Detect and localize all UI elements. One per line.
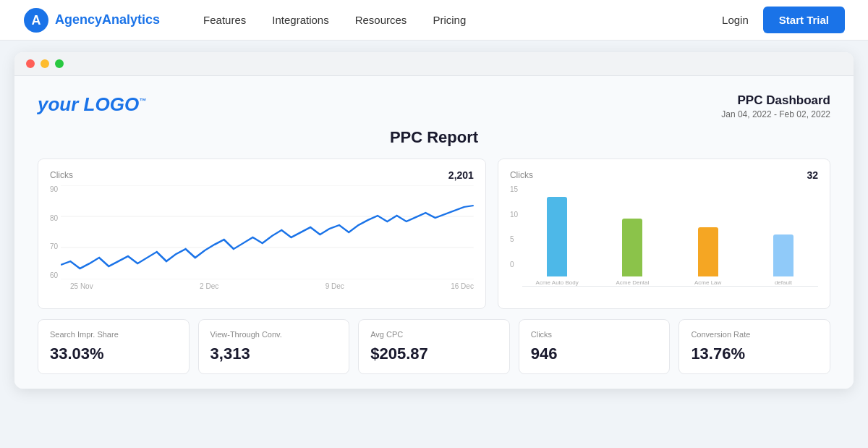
nav-links: Features Integrations Resources Pricing [203,14,693,26]
line-chart-card: Clicks 2,201 90 80 70 60 [38,159,486,309]
start-trial-button[interactable]: Start Trial [763,7,845,33]
stat-clicks-label: Clicks [531,330,658,339]
bar-chart-header: Clicks 32 [510,169,818,181]
line-chart-wrap: 90 80 70 60 [50,185,474,301]
bar-chart-card: Clicks 32 15 10 5 0 Acme Au [498,159,830,309]
stat-clicks: Clicks 946 [519,319,671,374]
bar-acme-auto: Acme Auto Body [522,197,592,286]
svg-text:A: A [32,13,41,28]
bar-chart-label: Clicks [510,170,533,180]
stat-search-impr-label: Search Impr. Share [50,330,177,339]
bar-y-5: 5 [510,235,518,243]
nav-actions: Login Start Trial [722,7,845,33]
y-label-80: 80 [50,214,58,222]
line-chart-label: Clicks [50,170,73,180]
bar-acme-dental: Acme Dental [597,219,667,286]
report-title: PPC Report [38,128,830,147]
stats-row: Search Impr. Share 33.03% View-Through C… [38,319,830,374]
bar-y-10: 10 [510,211,518,219]
stat-clicks-value: 946 [531,345,658,363]
logo-icon: A [23,7,49,33]
bar-acme-law: Acme Law [673,227,743,286]
browser-window: your LOGO™ PPC Dashboard Jan 04, 2022 - … [14,52,854,389]
login-button[interactable]: Login [722,14,749,26]
client-logo: your LOGO™ [38,93,146,116]
logo: A AgencyAnalytics [23,7,160,33]
stat-conversion-rate: Conversion Rate 13.76% [678,319,830,374]
stat-avg-cpc-value: $205.87 [370,345,498,363]
nav-features[interactable]: Features [203,14,246,26]
main-nav: A AgencyAnalytics Features Integrations … [0,0,868,41]
stat-search-impr: Search Impr. Share 33.03% [38,319,190,374]
stat-view-through: View-Through Conv. 3,313 [198,319,350,374]
bar-default: default [749,234,818,286]
stat-avg-cpc-label: Avg CPC [370,330,498,339]
bar-y-15: 15 [510,185,518,193]
bar-y-0: 0 [510,261,518,269]
stat-avg-cpc: Avg CPC $205.87 [358,319,510,374]
bar-chart-value: 32 [807,169,818,181]
y-label-90: 90 [50,185,58,193]
logo-text: AgencyAnalytics [55,12,160,28]
nav-pricing[interactable]: Pricing [433,14,466,26]
close-dot [26,59,35,68]
y-label-70: 70 [50,242,58,250]
stat-search-impr-value: 33.03% [50,345,177,363]
stat-conversion-rate-label: Conversion Rate [691,330,818,339]
dashboard: your LOGO™ PPC Dashboard Jan 04, 2022 - … [14,76,854,389]
x-label-2dec: 2 Dec [200,282,218,290]
x-label-9dec: 9 Dec [326,282,344,290]
charts-row: Clicks 2,201 90 80 70 60 [38,159,830,309]
nav-resources[interactable]: Resources [355,14,407,26]
nav-integrations[interactable]: Integrations [272,14,328,26]
dash-title-block: PPC Dashboard Jan 04, 2022 - Feb 02, 202… [721,93,830,119]
x-label-25nov: 25 Nov [70,282,93,290]
line-chart-value: 2,201 [448,169,474,181]
stat-view-through-label: View-Through Conv. [210,330,338,339]
dash-header: your LOGO™ PPC Dashboard Jan 04, 2022 - … [38,93,830,119]
ppc-dashboard-title: PPC Dashboard [721,93,830,108]
maximize-dot [55,59,64,68]
date-range: Jan 04, 2022 - Feb 02, 2022 [721,109,830,119]
stat-conversion-rate-value: 13.76% [691,345,818,363]
x-label-16dec: 16 Dec [451,282,474,290]
line-chart-header: Clicks 2,201 [50,169,474,181]
browser-chrome [14,52,854,76]
y-label-60: 60 [50,271,58,279]
stat-view-through-value: 3,313 [210,345,338,363]
line-chart-path [61,206,474,269]
minimize-dot [41,59,49,68]
line-chart-svg [61,185,474,279]
